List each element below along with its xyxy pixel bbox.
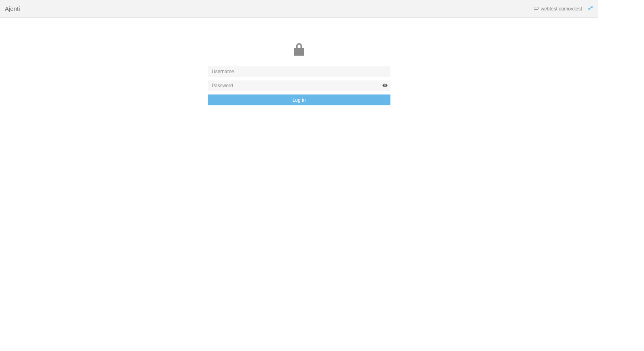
lock-icon xyxy=(291,41,308,59)
login-form: Log in xyxy=(208,66,390,105)
app-viewport: Ajenti webtest.domov.test xyxy=(0,0,598,351)
password-field-wrap xyxy=(208,80,390,91)
username-field-wrap xyxy=(208,66,390,77)
app-title: Ajenti xyxy=(5,5,20,12)
machine-name-label: webtest.domov.test xyxy=(541,6,582,12)
login-button[interactable]: Log in xyxy=(208,94,390,105)
svg-point-1 xyxy=(535,8,535,8)
hdd-icon xyxy=(533,5,539,12)
app-header: Ajenti webtest.domov.test xyxy=(0,0,598,18)
svg-rect-0 xyxy=(534,7,538,10)
password-input[interactable] xyxy=(208,80,390,91)
toggle-password-visibility-button[interactable] xyxy=(382,82,388,90)
svg-rect-4 xyxy=(294,48,304,56)
eye-icon xyxy=(382,82,388,90)
fullscreen-exit-button[interactable] xyxy=(588,5,593,12)
compress-icon xyxy=(588,5,593,12)
page-content: Ajenti webtest.domov.test xyxy=(0,0,598,351)
username-input[interactable] xyxy=(208,66,390,77)
svg-line-3 xyxy=(588,8,590,10)
svg-line-2 xyxy=(591,6,592,8)
login-area: Log in xyxy=(0,18,598,105)
machine-indicator[interactable]: webtest.domov.test xyxy=(533,5,582,12)
header-right-group: webtest.domov.test xyxy=(533,5,594,12)
